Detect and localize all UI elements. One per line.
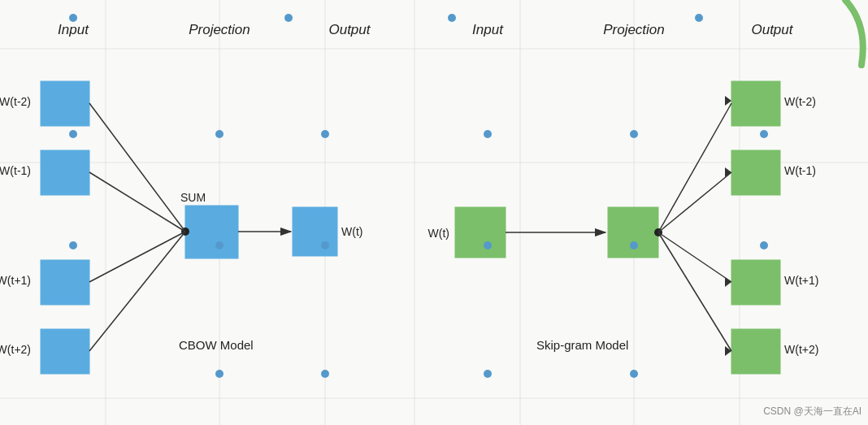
- svg-point-29: [321, 130, 329, 138]
- cbow-input-label: Input: [58, 22, 89, 37]
- svg-rect-12: [41, 81, 89, 126]
- svg-line-44: [658, 232, 731, 282]
- svg-line-21: [89, 172, 185, 232]
- cbow-sum-label: SUM: [180, 191, 206, 204]
- svg-point-27: [215, 241, 224, 249]
- svg-point-50: [484, 130, 492, 138]
- sg-output-label: Output: [751, 22, 793, 37]
- cbow-word-tm1: W(t-1): [0, 164, 31, 177]
- svg-point-54: [630, 241, 638, 249]
- svg-line-45: [658, 232, 731, 351]
- svg-point-31: [321, 370, 329, 378]
- sg-word-tp1: W(t+1): [784, 274, 818, 287]
- svg-marker-49: [725, 346, 731, 356]
- sg-word-tp2: W(t+2): [784, 343, 818, 356]
- cbow-word-tp1: W(t+1): [0, 274, 31, 287]
- svg-rect-38: [731, 81, 780, 126]
- sg-input-label: Input: [472, 22, 504, 37]
- svg-line-42: [658, 103, 731, 232]
- svg-rect-36: [608, 207, 658, 258]
- svg-point-53: [630, 130, 638, 138]
- sg-center-word: W(t): [428, 227, 449, 240]
- svg-point-51: [484, 241, 492, 249]
- svg-point-57: [760, 241, 768, 249]
- svg-rect-39: [731, 150, 780, 195]
- svg-point-11: [284, 14, 293, 22]
- svg-marker-48: [725, 277, 731, 287]
- svg-point-55: [630, 370, 638, 378]
- cbow-projection-label: Projection: [189, 22, 250, 37]
- sg-word-tm1: W(t-1): [784, 164, 816, 177]
- svg-point-33: [695, 14, 703, 22]
- svg-point-17: [69, 241, 77, 249]
- svg-point-32: [448, 14, 456, 22]
- watermark: CSDN @天海一直在AI: [763, 405, 861, 418]
- svg-line-43: [658, 172, 731, 232]
- svg-rect-13: [41, 150, 89, 195]
- sg-word-tm2: W(t-2): [784, 95, 816, 108]
- cbow-output-label: Output: [328, 22, 371, 37]
- svg-rect-34: [455, 207, 506, 258]
- diagram-container: Input Projection Output W(t-2) W(t-1) W(…: [0, 0, 868, 425]
- svg-line-22: [89, 232, 185, 282]
- sg-projection-label: Projection: [603, 22, 665, 37]
- sg-model-label: Skip-gram Model: [536, 338, 628, 352]
- svg-point-10: [69, 14, 77, 22]
- svg-rect-41: [731, 329, 780, 374]
- main-svg: Input Projection Output W(t-2) W(t-1) W(…: [0, 0, 868, 425]
- cbow-center-word: W(t): [341, 225, 362, 238]
- svg-rect-18: [185, 206, 238, 258]
- svg-line-23: [89, 232, 185, 351]
- svg-point-16: [69, 130, 77, 138]
- cbow-word-tp2: W(t+2): [0, 343, 31, 356]
- svg-point-26: [215, 130, 224, 138]
- svg-rect-25: [293, 207, 337, 256]
- svg-point-28: [215, 370, 224, 378]
- svg-rect-14: [41, 260, 89, 305]
- svg-point-30: [321, 241, 329, 249]
- svg-rect-40: [731, 260, 780, 305]
- svg-rect-15: [41, 329, 89, 374]
- svg-line-20: [89, 103, 185, 232]
- svg-point-56: [760, 130, 768, 138]
- cbow-model-label: CBOW Model: [179, 338, 254, 352]
- cbow-word-tm2: W(t-2): [0, 95, 31, 108]
- svg-point-52: [484, 370, 492, 378]
